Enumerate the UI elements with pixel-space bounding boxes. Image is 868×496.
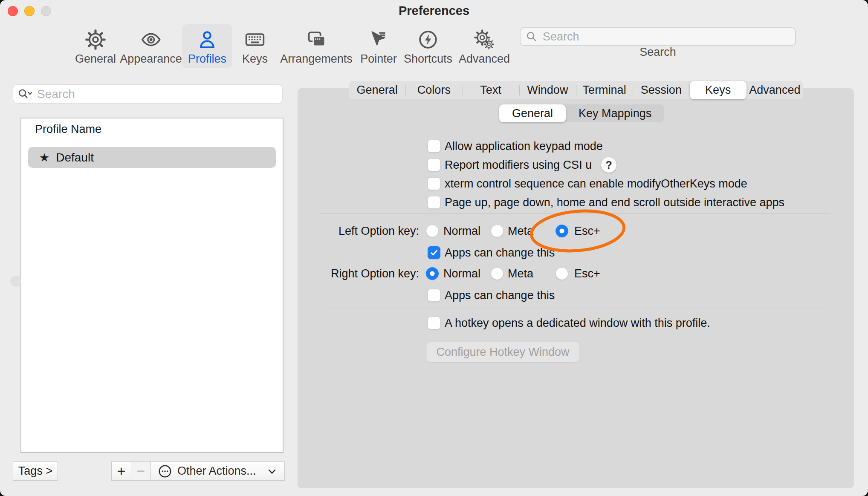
checkbox-modify-other-keys[interactable] [428, 177, 440, 190]
tab-text[interactable]: Text [463, 81, 519, 99]
toolbar-item-label: Pointer [360, 52, 397, 66]
toolbar-item-pointer[interactable]: Pointer [354, 24, 403, 68]
radio-label: Normal [443, 267, 480, 280]
toolbar-item-shortcuts[interactable]: Shortcuts [398, 24, 458, 68]
toolbar-item-arrangements[interactable]: Arrangements [274, 24, 359, 68]
windows-icon [306, 28, 327, 52]
radio-left-esc[interactable] [556, 225, 568, 237]
cursor-icon [368, 28, 389, 52]
window-controls [8, 6, 51, 16]
profile-settings-panel: Allow application keypad mode Report mod… [298, 88, 854, 488]
radio-label: Esc+ [574, 224, 600, 238]
search-scope-icon [17, 88, 33, 100]
tab-window[interactable]: Window [519, 81, 576, 99]
checkbox-row: Apps can change this [428, 246, 555, 260]
tab-colors[interactable]: Colors [405, 81, 462, 99]
checkbox-allow-keypad[interactable] [428, 140, 440, 153]
toolbar-search-field[interactable] [520, 27, 796, 46]
close-button[interactable] [8, 6, 18, 16]
checkbox-label: Page up, page down, home and end scroll … [445, 196, 784, 209]
radio-right-normal[interactable] [426, 267, 439, 280]
checkbox-row: Apps can change this [428, 288, 555, 302]
other-actions-button[interactable]: Other Actions... [150, 461, 285, 481]
eye-icon [140, 28, 162, 52]
profile-tab-bar: General Colors Text Window Terminal Sess… [349, 81, 803, 99]
checkbox-label: A hotkey opens a dedicated window with t… [445, 317, 710, 330]
toolbar-item-label: Shortcuts [404, 52, 452, 66]
radio-label: Meta [508, 224, 533, 238]
tab-keys[interactable]: Keys [690, 81, 746, 99]
circle-ellipsis-icon [158, 464, 172, 479]
checkbox-label: Apps can change this [445, 246, 555, 260]
chevron-down-icon [266, 466, 278, 477]
checkbox-row: Allow application keypad mode [428, 139, 603, 153]
bolt-circle-icon [418, 28, 438, 52]
radio-left-meta[interactable] [491, 225, 503, 237]
tab-session[interactable]: Session [633, 81, 689, 99]
gear-icon [85, 28, 106, 52]
tab-terminal[interactable]: Terminal [576, 81, 633, 99]
checkbox-label: Apps can change this [445, 289, 555, 302]
toolbar-item-label: Keys [242, 52, 268, 66]
radio-label: Meta [508, 267, 533, 280]
checkbox-csi-u[interactable] [428, 159, 440, 171]
toolbar-item-keys[interactable]: Keys [236, 24, 274, 68]
checkbox-row: xterm control sequence can enable modify… [428, 177, 747, 190]
profile-search-field[interactable] [13, 84, 283, 104]
toolbar-item-label: Arrangements [280, 52, 353, 66]
help-button[interactable]: ? [601, 157, 616, 173]
checkbox-page-scroll[interactable] [428, 196, 440, 209]
toolbar-item-label: Appearance [120, 52, 182, 66]
checkbox-label: xterm control sequence can enable modify… [445, 177, 747, 190]
toolbar-item-label: General [75, 52, 116, 66]
profile-name: Default [56, 151, 94, 164]
person-icon [197, 28, 217, 52]
checkbox-left-apps-can-change[interactable] [428, 246, 440, 259]
radio-left-normal[interactable] [426, 225, 439, 237]
right-option-key-row: Right Option key: Normal Meta Esc+ [298, 267, 854, 280]
toolbar-item-profiles[interactable]: Profiles [182, 24, 232, 68]
left-option-key-row: Left Option key: Normal Meta Esc+ [298, 224, 854, 238]
checkmark-icon [430, 248, 438, 257]
radio-label: Normal [443, 224, 480, 238]
other-actions-label: Other Actions... [177, 464, 256, 478]
toolbar-item-advanced[interactable]: Advanced [453, 24, 516, 68]
add-profile-button[interactable]: + [111, 461, 131, 481]
toolbar-search-input[interactable] [542, 30, 790, 44]
toolbar-divider [0, 65, 868, 65]
toolbar-item-appearance[interactable]: Appearance [114, 24, 188, 68]
profile-row-default[interactable]: ★ Default [28, 147, 276, 168]
checkbox-label: Allow application keypad mode [445, 140, 603, 153]
subtab-general[interactable]: General [499, 104, 566, 122]
radio-right-meta[interactable] [491, 267, 503, 280]
checkbox-right-apps-can-change[interactable] [428, 289, 440, 302]
left-option-key-label: Left Option key: [298, 224, 419, 238]
keys-subtab-bar: General Key Mappings [499, 104, 664, 122]
minimize-button[interactable] [24, 6, 35, 16]
double-gear-icon [474, 28, 495, 52]
star-icon: ★ [39, 151, 49, 164]
divider [321, 213, 830, 213]
zoom-button[interactable] [41, 6, 51, 16]
tab-general[interactable]: General [349, 81, 405, 99]
search-icon [526, 31, 538, 43]
profile-list-header: Profile Name [21, 118, 283, 140]
checkbox-row: Report modifiers using CSI u ? [428, 158, 616, 172]
tags-button[interactable]: Tags > [13, 461, 58, 481]
profile-search-input[interactable] [36, 87, 278, 101]
splitter-handle-dot[interactable] [10, 276, 21, 287]
keyboard-icon [244, 28, 266, 52]
configure-hotkey-window-button[interactable]: Configure Hotkey Window [426, 342, 579, 362]
tab-advanced[interactable]: Advanced [746, 81, 803, 99]
checkbox-hotkey-window[interactable] [428, 317, 440, 329]
toolbar-item-label: Profiles [188, 52, 226, 66]
subtab-key-mappings[interactable]: Key Mappings [566, 104, 664, 122]
remove-profile-button[interactable]: − [131, 461, 150, 481]
checkbox-label: Report modifiers using CSI u [445, 159, 592, 172]
radio-right-esc[interactable] [556, 267, 568, 280]
profile-actions-group: + − Other Actions... [111, 461, 285, 481]
checkbox-row: Page up, page down, home and end scroll … [428, 196, 784, 209]
toolbar-item-label: Advanced [459, 52, 510, 66]
radio-label: Esc+ [574, 267, 600, 280]
profile-list: Profile Name ★ Default [20, 118, 284, 453]
